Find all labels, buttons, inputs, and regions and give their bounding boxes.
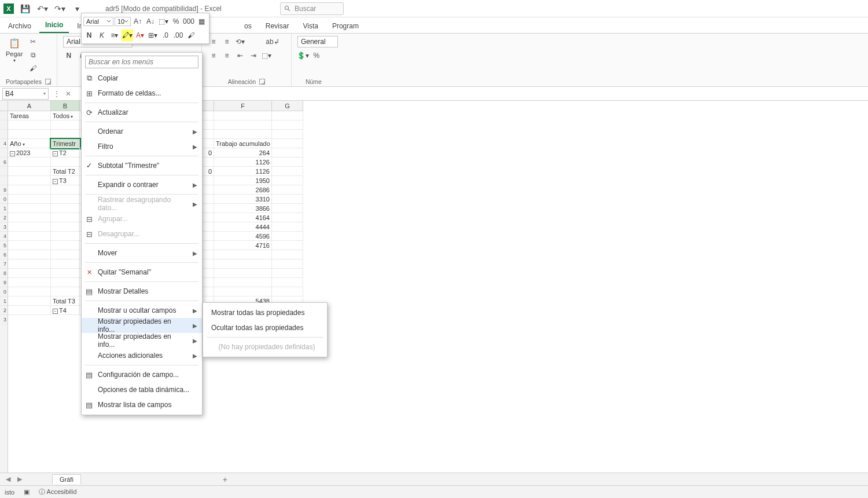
copy-icon[interactable]: ⧉ xyxy=(27,49,39,61)
italic-icon[interactable]: K xyxy=(96,30,108,41)
cell-total-t3[interactable]: Total T3 xyxy=(51,296,80,306)
menu-formato-celdas[interactable]: ⊞Formato de celdas... xyxy=(82,86,202,101)
menu-copiar[interactable]: ⧉Copiar xyxy=(82,71,202,86)
dec-decimal-icon[interactable]: .00 xyxy=(172,30,184,41)
cell-ano[interactable]: Año▾ xyxy=(8,139,51,148)
submenu-ocultar-todas[interactable]: Ocultar todas las propiedades xyxy=(203,320,327,335)
menu-detalles[interactable]: ▤Mostrar Detalles xyxy=(82,284,202,299)
tab-programador[interactable]: Program xyxy=(326,19,365,33)
row-hdr[interactable] xyxy=(0,176,8,185)
row-hdr[interactable]: 6 xyxy=(0,158,8,167)
row-hdr[interactable]: 8 xyxy=(0,269,8,278)
tab-revisar[interactable]: Revisar xyxy=(260,19,295,33)
cell[interactable]: 1126 xyxy=(214,167,272,176)
cell-total-t2[interactable]: Total T2 xyxy=(51,167,80,176)
row-hdr[interactable]: 6 xyxy=(0,250,8,259)
collapse-icon[interactable]: − xyxy=(53,309,58,314)
orientation-icon[interactable]: ⟲▾ xyxy=(234,36,246,47)
table-icon[interactable]: ▦ xyxy=(196,16,207,27)
menu-propiedades-info[interactable]: Mostrar propiedades en info...▶ xyxy=(82,318,202,333)
redo-icon[interactable]: ↷▾ xyxy=(53,2,66,15)
dropdown-icon[interactable]: ▾ xyxy=(23,142,25,147)
menu-actualizar[interactable]: ⟳Actualizar xyxy=(82,105,202,120)
menu-ordenar[interactable]: Ordenar▶ xyxy=(82,124,202,139)
indent-dec-icon[interactable]: ⇤ xyxy=(234,50,246,61)
cell[interactable]: 4444 xyxy=(214,222,272,232)
tab-archivo[interactable]: Archivo xyxy=(2,19,37,33)
menu-lista-campos[interactable]: ▤Mostrar lista de campos xyxy=(82,397,202,412)
font-color-icon[interactable]: A▾ xyxy=(134,30,146,41)
cell[interactable]: 4164 xyxy=(214,213,272,222)
mini-font-select[interactable]: Arial xyxy=(83,17,113,26)
bold-button[interactable]: N xyxy=(63,50,75,61)
row-hdr[interactable] xyxy=(0,148,8,158)
cell-year[interactable]: −2023 xyxy=(8,148,51,158)
cell[interactable]: 3866 xyxy=(214,204,272,213)
number-format-select[interactable]: General xyxy=(297,36,338,47)
row-hdr[interactable]: 3 xyxy=(0,315,8,324)
row-hdr[interactable]: 0 xyxy=(0,195,8,204)
menu-search-input[interactable] xyxy=(85,56,198,68)
save-icon[interactable]: 💾 xyxy=(19,2,31,15)
cell[interactable]: 3310 xyxy=(214,195,272,204)
cell[interactable]: 4716 xyxy=(214,241,272,250)
cell-trimestre[interactable]: Trimestr xyxy=(51,139,80,148)
menu-subtotal[interactable]: Subtotal "Trimestre" xyxy=(82,158,202,173)
cell[interactable]: 264 xyxy=(214,148,272,158)
row-hdr[interactable]: 4 xyxy=(0,232,8,241)
collapse-icon[interactable]: − xyxy=(10,151,15,156)
fill-color-icon[interactable]: 🖍▾ xyxy=(122,30,133,41)
undo-icon[interactable]: ↶▾ xyxy=(36,2,49,15)
row-hdr[interactable]: 1 xyxy=(0,204,8,213)
merge-button[interactable]: ⬚▾ xyxy=(261,50,273,61)
macro-record-icon[interactable]: ▣ xyxy=(23,488,31,496)
indent-inc-icon[interactable]: ⇥ xyxy=(248,50,259,61)
status-accessibility[interactable]: ⓘ Accesibilid xyxy=(39,488,76,496)
row-hdr[interactable]: 3 xyxy=(0,222,8,232)
row-hdr[interactable]: 4 xyxy=(0,139,8,148)
align-middle-icon[interactable]: ≡ xyxy=(221,50,233,61)
bold-icon[interactable]: N xyxy=(83,30,95,41)
cell[interactable]: 1950 xyxy=(214,176,272,185)
col-hdr-g[interactable]: G xyxy=(272,101,303,111)
align-icon[interactable]: ≡▾ xyxy=(109,30,120,41)
menu-expandir[interactable]: Expandir o contraer▶ xyxy=(82,177,202,192)
col-hdr-a[interactable]: A xyxy=(8,101,51,111)
cancel-icon[interactable]: ✕ xyxy=(62,88,74,100)
align-top-icon[interactable]: ≡ xyxy=(208,50,219,61)
paste-button[interactable]: 📋 Pegar ▾ xyxy=(6,36,23,63)
cell[interactable]: 4596 xyxy=(214,232,272,241)
row-hdr[interactable]: 2 xyxy=(0,306,8,315)
decrease-font-icon[interactable]: A↓ xyxy=(145,16,156,27)
menu-mostrar-ocultar[interactable]: Mostrar u ocultar campos▶ xyxy=(82,303,202,318)
row-hdr[interactable]: 7 xyxy=(0,259,8,269)
row-hdr[interactable] xyxy=(0,120,8,130)
tab-nav-prev[interactable]: ◀ xyxy=(3,475,13,484)
col-hdr-b[interactable]: B xyxy=(51,101,80,111)
fbar-expand-icon[interactable]: ⋮ xyxy=(51,88,62,100)
comma-icon[interactable]: 000 xyxy=(183,16,194,27)
cell-t3[interactable]: −T3 xyxy=(51,176,80,185)
name-box[interactable]: B4 ▾ xyxy=(2,88,49,100)
menu-config-campo[interactable]: ▤Configuración de campo... xyxy=(82,367,202,382)
menu-propiedades-info2[interactable]: Mostrar propiedades en info...▶ xyxy=(82,333,202,348)
sheet-tab[interactable]: Gráfi xyxy=(52,474,81,484)
percent-icon[interactable]: % xyxy=(170,16,182,27)
cell-t2[interactable]: −T2 xyxy=(51,148,80,158)
collapse-icon[interactable]: − xyxy=(53,179,58,184)
cell-header-f[interactable]: Trabajo acumulado xyxy=(214,139,272,148)
merge-icon[interactable]: ⬚▾ xyxy=(157,16,169,27)
cut-icon[interactable]: ✂ xyxy=(27,36,39,47)
tab-datos[interactable]: os xyxy=(238,19,258,33)
search-box[interactable]: Buscar xyxy=(280,2,344,15)
row-hdr[interactable]: 0 xyxy=(0,287,8,296)
accounting-icon[interactable]: 💲▾ xyxy=(297,50,309,61)
align-center-icon[interactable]: ≡ xyxy=(221,36,233,47)
row-hdr[interactable] xyxy=(0,111,8,120)
portapapeles-launcher[interactable] xyxy=(45,79,51,85)
add-sheet-button[interactable]: + xyxy=(219,475,231,484)
tab-vista[interactable]: Vista xyxy=(297,19,323,33)
menu-mover[interactable]: Mover▶ xyxy=(82,246,202,261)
submenu-mostrar-todas[interactable]: Mostrar todas las propiedades xyxy=(203,305,327,320)
mini-size-select[interactable]: 10 xyxy=(115,17,131,26)
